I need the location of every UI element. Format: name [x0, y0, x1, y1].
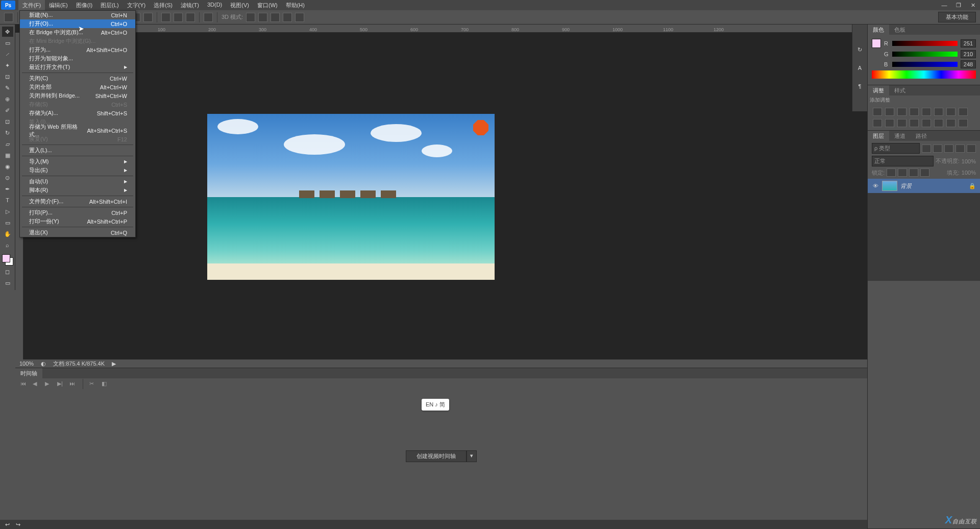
path-tool[interactable]: ▷	[2, 206, 13, 217]
file-menu-item[interactable]: 关闭并转到 Bridge...Shift+Ctrl+W	[20, 91, 135, 100]
file-menu-item[interactable]: 新建(N)...Ctrl+N	[20, 11, 135, 19]
file-menu-item[interactable]: 自动(U)▶	[20, 177, 135, 186]
create-video-timeline-button[interactable]: 创建视频时间轴	[406, 450, 467, 462]
history-brush-tool[interactable]: ↻	[2, 128, 13, 138]
layer-thumbnail[interactable]	[882, 181, 897, 191]
file-menu-item[interactable]: 脚本(R)▶	[20, 186, 135, 195]
visibility-icon[interactable]: 👁	[872, 182, 879, 189]
menubar-item[interactable]: 3D(D)	[203, 0, 226, 11]
file-menu-item[interactable]: 打开为...Alt+Shift+Ctrl+O	[20, 45, 135, 54]
menubar-item[interactable]: 图层(L)	[96, 0, 122, 11]
file-menu-item[interactable]: 退出(X)Ctrl+Q	[20, 228, 135, 237]
lock-transparent-icon[interactable]	[887, 169, 896, 177]
3d-mode-icon[interactable]	[258, 13, 267, 22]
file-menu-item[interactable]: 打印(P)...Ctrl+P	[20, 208, 135, 217]
r-slider[interactable]	[892, 41, 958, 46]
maximize-button[interactable]: ❐	[951, 0, 966, 10]
gradient-map-icon[interactable]	[946, 119, 955, 127]
opacity-value[interactable]: 100%	[962, 158, 976, 164]
file-menu-item[interactable]: 导出(E)▶	[20, 166, 135, 175]
stamp-tool[interactable]: ⊡	[2, 116, 13, 127]
paths-tab[interactable]: 路径	[911, 131, 932, 141]
menubar-item[interactable]: 帮助(H)	[282, 0, 309, 11]
lock-pixels-icon[interactable]	[898, 169, 907, 177]
document-size[interactable]: 文档:875.4 K/875.4K	[53, 360, 105, 368]
right-arrow-icon[interactable]: ↪	[16, 521, 20, 528]
gradient-tool[interactable]: ▦	[2, 150, 13, 160]
lock-icon[interactable]: 🔒	[969, 183, 976, 189]
lock-all-icon[interactable]	[920, 169, 929, 177]
type-tool[interactable]: T	[2, 195, 13, 205]
layers-tab[interactable]: 图层	[868, 131, 889, 141]
brush-tool[interactable]: ✐	[2, 105, 13, 115]
layer-item[interactable]: 👁 背景 🔒	[868, 179, 980, 193]
auto-align-icon[interactable]	[204, 13, 213, 22]
g-value[interactable]: 210	[961, 50, 976, 58]
zoom-tool[interactable]: ⌕	[2, 240, 13, 250]
menubar-item[interactable]: 图像(I)	[72, 0, 96, 11]
lookup-icon[interactable]	[897, 119, 906, 127]
file-menu-item[interactable]: 置入(L)...	[20, 146, 135, 155]
selective-color-icon[interactable]	[959, 119, 968, 127]
lasso-tool[interactable]: ⟋	[2, 49, 13, 59]
pen-tool[interactable]: ✒	[2, 184, 13, 194]
channels-tab[interactable]: 通道	[889, 131, 911, 141]
file-menu-item[interactable]: 关闭全部Alt+Ctrl+W	[20, 83, 135, 91]
menubar-item[interactable]: 滤镜(T)	[177, 0, 203, 11]
file-menu-item[interactable]: 存储为(A)...Shift+Ctrl+S	[20, 109, 135, 117]
status-arrow-icon[interactable]: ▶	[112, 360, 116, 367]
healing-tool[interactable]: ⊕	[2, 94, 13, 104]
fill-value[interactable]: 100%	[962, 170, 976, 176]
split-icon[interactable]: ✂	[89, 380, 96, 388]
swatches-tab[interactable]: 色板	[889, 25, 911, 35]
color-spectrum[interactable]	[872, 70, 976, 79]
crop-tool[interactable]: ⊡	[2, 71, 13, 82]
3d-mode-icon[interactable]	[246, 13, 255, 22]
bw-icon[interactable]	[959, 108, 968, 116]
file-menu-item[interactable]: 打印一份(Y)Alt+Shift+Ctrl+P	[20, 217, 135, 226]
foreground-color[interactable]	[2, 254, 10, 262]
screen-mode-icon[interactable]: ▭	[2, 278, 13, 288]
close-button[interactable]: ✕	[966, 0, 980, 10]
next-frame-icon[interactable]: ▶|	[57, 380, 64, 388]
file-menu-item[interactable]: 在 Bridge 中浏览(B)...Alt+Ctrl+O	[20, 28, 135, 37]
curves-icon[interactable]	[897, 108, 906, 116]
color-balance-icon[interactable]	[946, 108, 955, 116]
wand-tool[interactable]: ✦	[2, 60, 13, 70]
3d-mode-icon[interactable]	[283, 13, 292, 22]
menubar-item[interactable]: 文件(F)	[18, 0, 45, 11]
filter-type-icon[interactable]	[944, 145, 953, 153]
marquee-tool[interactable]: ▭	[2, 38, 13, 48]
menubar-item[interactable]: 视图(V)	[226, 0, 253, 11]
file-menu-item[interactable]: 文件简介(F)...Alt+Shift+Ctrl+I	[20, 197, 135, 206]
filter-shape-icon[interactable]	[955, 145, 965, 153]
file-menu-item[interactable]: 关闭(C)Ctrl+W	[20, 74, 135, 83]
quick-mask-icon[interactable]: ◻	[2, 267, 13, 277]
filter-adj-icon[interactable]	[933, 145, 942, 153]
paragraph-panel-icon[interactable]: ¶	[855, 82, 865, 91]
exposure-icon[interactable]	[910, 108, 919, 116]
menubar-item[interactable]: 文字(Y)	[123, 0, 150, 11]
color-swatch[interactable]	[2, 254, 13, 266]
eyedropper-tool[interactable]: ✎	[2, 83, 13, 93]
prev-frame-icon[interactable]: ◀	[33, 380, 40, 388]
channel-mixer-icon[interactable]	[885, 119, 894, 127]
transition-icon[interactable]: ◧	[102, 380, 109, 388]
color-tab[interactable]: 颜色	[868, 25, 889, 35]
menubar-item[interactable]: 编辑(E)	[45, 0, 72, 11]
filter-smart-icon[interactable]	[967, 145, 976, 153]
posterize-icon[interactable]	[922, 119, 931, 127]
hand-tool[interactable]: ✋	[2, 229, 13, 239]
tool-preset-icon[interactable]	[4, 13, 13, 22]
blur-tool[interactable]: ◉	[2, 161, 13, 172]
brightness-icon[interactable]	[873, 108, 882, 116]
align-icon[interactable]	[174, 13, 183, 22]
g-slider[interactable]	[892, 52, 958, 57]
levels-icon[interactable]	[885, 108, 894, 116]
adjustments-tab[interactable]: 调整	[868, 85, 889, 95]
ime-indicator[interactable]: EN ♪ 简	[422, 399, 449, 411]
swatch-fg[interactable]	[872, 39, 881, 48]
left-arrow-icon[interactable]: ↩	[5, 521, 10, 528]
blend-mode-select[interactable]: 正常	[872, 156, 934, 166]
goto-start-icon[interactable]: ⏮	[20, 380, 28, 388]
